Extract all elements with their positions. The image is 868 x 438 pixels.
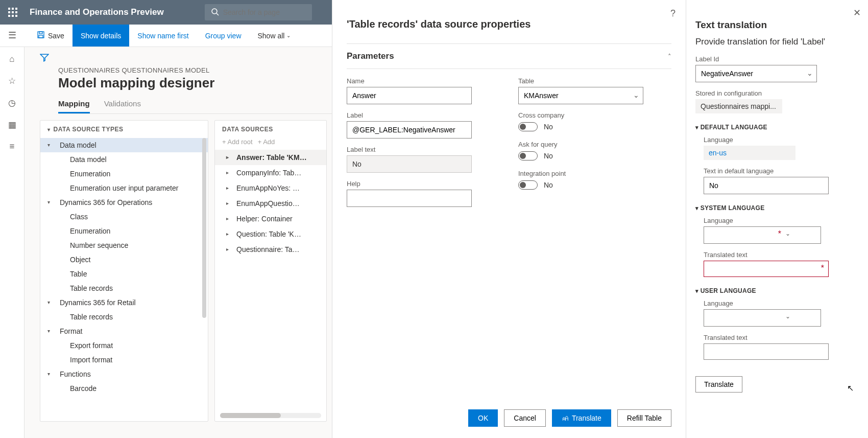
search-icon (211, 8, 219, 17)
home-icon[interactable]: ⌂ (9, 54, 14, 64)
show-all-button[interactable]: Show all⌄ (250, 25, 299, 47)
tree-item[interactable]: Enumeration (40, 167, 208, 181)
data-source-item[interactable]: ▸Helper: Container (215, 211, 326, 226)
scrollbar[interactable] (202, 138, 206, 363)
translate-button[interactable]: 🗚Translate (552, 409, 611, 427)
parameters-section-header[interactable]: Parameters ˄ (347, 43, 671, 69)
tree-item[interactable]: Barcode (40, 381, 208, 396)
system-language-section[interactable]: SYSTEM LANGUAGE (695, 204, 859, 212)
integration-toggle[interactable] (518, 180, 538, 190)
tree-group[interactable]: Dynamics 365 for Retail (40, 295, 208, 310)
properties-dialog: ? 'Table records' data source properties… (332, 0, 686, 438)
tree-group[interactable]: Functions (40, 367, 208, 381)
add-root-button[interactable]: + Add root (222, 138, 253, 146)
tab-mapping[interactable]: Mapping (58, 99, 90, 113)
scrollbar[interactable] (220, 413, 321, 418)
table-label: Table (518, 77, 671, 85)
user-lang-select[interactable] (704, 309, 821, 327)
integration-value: No (544, 181, 553, 189)
tree-item[interactable]: Enumeration (40, 224, 208, 238)
ds-sources-header: DATA SOURCES (222, 126, 273, 133)
show-details-button[interactable]: Show details (73, 25, 129, 47)
default-language-section[interactable]: DEFAULT LANGUAGE (695, 124, 859, 131)
rpanel-translate-button[interactable]: Translate (695, 376, 742, 393)
ok-button[interactable]: OK (468, 409, 498, 427)
label-label: Label (347, 111, 500, 119)
cancel-button[interactable]: Cancel (504, 409, 546, 427)
chevron-down-icon: ⌄ (785, 313, 790, 320)
favorites-icon[interactable]: ☆ (8, 76, 16, 86)
data-source-item[interactable]: ▸Question: Table 'K… (215, 226, 326, 242)
add-button[interactable]: + Add (258, 138, 275, 146)
data-source-item[interactable]: ▸Questionnaire: Ta… (215, 242, 326, 257)
ask-query-value: No (544, 152, 553, 160)
svg-line-1 (216, 13, 219, 15)
workspaces-icon[interactable]: ▦ (8, 120, 16, 130)
user-lang-label: Language (704, 299, 859, 307)
table-select[interactable] (518, 87, 643, 104)
show-name-first-button[interactable]: Show name first (129, 25, 197, 47)
refill-table-button[interactable]: Refill Table (617, 409, 671, 427)
save-label: Save (48, 32, 64, 40)
user-language-section[interactable]: USER LANGUAGE (695, 287, 859, 294)
svg-rect-3 (39, 32, 42, 34)
app-title: Finance and Operations Preview (30, 7, 164, 17)
tree-group[interactable]: Format (40, 324, 208, 338)
label-id-select[interactable] (695, 65, 817, 82)
tree-item[interactable]: Table records (40, 310, 208, 324)
modules-icon[interactable]: ≡ (10, 142, 15, 152)
label-text-label: Label text (347, 146, 500, 153)
cursor-icon: ↖ (847, 383, 854, 393)
system-translated-label: Translated text (704, 251, 859, 259)
app-launcher-icon[interactable] (8, 8, 17, 17)
chevron-up-icon: ˄ (668, 53, 671, 60)
tree-group[interactable]: Dynamics 365 for Operations (40, 195, 208, 210)
search-input[interactable] (223, 8, 306, 16)
user-translated-input[interactable] (704, 343, 829, 360)
group-view-button[interactable]: Group view (197, 25, 250, 47)
data-sources-panel: DATA SOURCES + Add root + Add ▸Answer: T… (214, 120, 327, 422)
label-input[interactable] (347, 121, 472, 139)
cross-company-label: Cross company (518, 111, 671, 119)
system-translated-input[interactable]: * (704, 261, 829, 277)
rpanel-title: Text translation (695, 19, 859, 31)
tree-item[interactable]: Table (40, 267, 208, 281)
tree-item[interactable]: Table records (40, 281, 208, 295)
help-label: Help (347, 180, 500, 188)
default-text-input[interactable] (704, 177, 829, 194)
tree-item[interactable]: Export format (40, 338, 208, 353)
tree-item[interactable]: Data model (40, 152, 208, 167)
text-translation-panel: ✕ Text translation Provide translation f… (686, 0, 868, 438)
data-source-item[interactable]: ▸EnumAppQuestio… (215, 196, 326, 211)
cross-company-toggle[interactable] (518, 122, 538, 131)
hamburger-icon[interactable]: ☰ (8, 30, 16, 41)
data-source-item[interactable]: ▸Answer: Table 'KM… (215, 150, 326, 165)
save-button[interactable]: Save (29, 25, 73, 47)
tree-group[interactable]: Data model (40, 138, 208, 152)
system-lang-select[interactable] (704, 226, 821, 244)
tree-item[interactable]: Import format (40, 353, 208, 367)
help-icon[interactable]: ? (670, 8, 676, 19)
close-icon[interactable]: ✕ (853, 7, 861, 18)
search-box[interactable] (205, 4, 312, 20)
required-indicator: * (821, 264, 824, 273)
rpanel-subtitle: Provide translation for field 'Label' (695, 37, 859, 47)
tree-item[interactable]: Object (40, 252, 208, 267)
tree-item[interactable]: Class (40, 210, 208, 224)
chevron-down-icon: ⌄ (785, 230, 790, 237)
ds-types-header: DATA SOURCE TYPES (54, 126, 124, 133)
translate-icon: 🗚 (562, 414, 569, 422)
tree-item[interactable]: Enumeration user input parameter (40, 181, 208, 195)
data-source-item[interactable]: ▸CompanyInfo: Tab… (215, 165, 326, 180)
name-input[interactable] (347, 87, 472, 104)
data-source-item[interactable]: ▸EnumAppNoYes: … (215, 180, 326, 196)
data-source-types-panel: ▾DATA SOURCE TYPES Data modelData modelE… (40, 120, 208, 422)
integration-label: Integration point (518, 170, 671, 177)
tree-item[interactable]: Number sequence (40, 238, 208, 252)
tab-validations[interactable]: Validations (104, 99, 141, 113)
cross-company-value: No (544, 123, 553, 131)
stored-value: Questionnaires mappi... (695, 99, 782, 113)
recent-icon[interactable]: ◷ (8, 98, 16, 108)
help-input[interactable] (347, 190, 472, 207)
ask-query-toggle[interactable] (518, 151, 538, 160)
